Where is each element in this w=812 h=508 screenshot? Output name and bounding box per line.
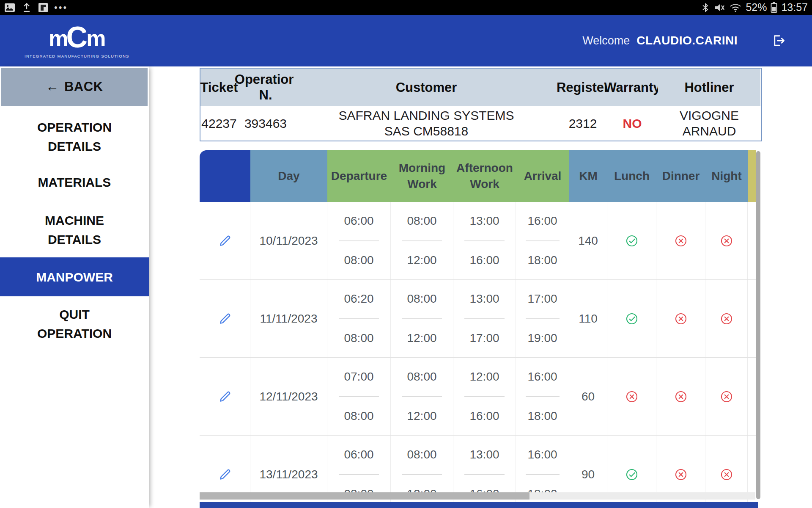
back-arrow-icon: ← (46, 79, 59, 94)
morning-work-cell: 08:0012:00 (391, 202, 453, 279)
sidebar-item-label: MACHINE DETAILS (22, 211, 127, 249)
info-header-ticket: Ticket (200, 69, 238, 106)
km-cell: 140 (569, 202, 607, 279)
cross-circle-icon (720, 468, 733, 481)
lunch-cell (607, 202, 656, 279)
km-cell: 110 (569, 280, 607, 357)
logout-button[interactable] (770, 33, 787, 48)
afternoon-work-cell: 12:0016:00 (453, 358, 516, 435)
horizontal-scrollbar-thumb[interactable] (200, 492, 529, 500)
upload-icon (21, 2, 32, 13)
mute-icon (713, 2, 725, 13)
battery-percent: 52% (746, 1, 767, 14)
sidebar-item-quit-operation[interactable]: QUIT OPERATION (0, 305, 149, 343)
night-cell (705, 280, 748, 357)
info-value-customer: SAFRAN LANDING SYSTEMS SAS CM58818 (294, 106, 559, 141)
cross-circle-icon (674, 312, 688, 326)
edit-row-button[interactable] (200, 358, 250, 435)
info-value-register: 2312 (559, 106, 606, 141)
logo-letter-m2: m (86, 27, 105, 49)
table-bottom-bar (200, 502, 758, 508)
logged-in-username: CLAUDIO.CARINI (636, 34, 738, 47)
welcome-label: Welcome (582, 34, 630, 47)
header-morning-work: Morning Work (391, 150, 453, 202)
header-night: Night (705, 150, 748, 202)
sidebar-item-label: OPERATION DETAILS (22, 118, 127, 156)
cross-circle-icon (720, 390, 733, 403)
day-cell: 10/11/2023 (250, 202, 327, 279)
manpower-row: 11/11/2023 06:2008:00 08:0012:00 13:0017… (200, 280, 756, 358)
logo-letter-c: C (66, 22, 88, 52)
horizontal-scrollbar-track[interactable] (200, 492, 755, 500)
header-day: Day (250, 150, 327, 202)
more-notifications-dots: ••• (54, 2, 68, 13)
arrival-cell: 16:0018:00 (516, 202, 569, 279)
sidebar-item-machine-details[interactable]: MACHINE DETAILS (0, 211, 149, 249)
day-cell: 12/11/2023 (250, 358, 327, 435)
info-value-hotliner: VIGOGNE ARNAUD (658, 106, 760, 141)
night-cell (705, 358, 748, 435)
check-circle-icon (625, 312, 639, 326)
cross-circle-icon (674, 468, 688, 481)
cross-circle-icon (674, 390, 688, 403)
arrival-cell: 17:0019:00 (516, 280, 569, 357)
info-value-operation: 393463 (238, 106, 294, 141)
header-next-column-edge (748, 150, 756, 202)
android-status-bar: ••• 52% 13:57 (0, 0, 812, 15)
afternoon-work-cell: 13:0016:00 (453, 202, 516, 279)
manpower-table: Day Departure Morning Work Afternoon Wor… (200, 150, 756, 508)
morning-work-cell: 08:0012:00 (391, 280, 453, 357)
night-cell (705, 202, 748, 279)
operation-info-table: Ticket Operation N. Customer Register Wa… (200, 68, 762, 141)
dinner-cell (656, 358, 705, 435)
info-header-hotliner: Hotliner (658, 69, 760, 106)
info-value-ticket: 42237 (200, 106, 238, 141)
wifi-icon (729, 2, 742, 13)
info-header-warranty: Warranty (606, 69, 658, 106)
row-edge-cell (748, 358, 756, 435)
sidebar-item-label: MATERIALS (22, 173, 127, 192)
manpower-table-header: Day Departure Morning Work Afternoon Wor… (200, 150, 756, 202)
header-edit-column (200, 150, 250, 202)
battery-icon (771, 2, 777, 13)
header-arrival: Arrival (516, 150, 569, 202)
departure-cell: 07:0008:00 (327, 358, 391, 435)
header-lunch: Lunch (607, 150, 656, 202)
edit-row-button[interactable] (200, 280, 250, 357)
info-value-warranty: NO (606, 106, 658, 141)
sidebar: ← BACK OPERATION DETAILSMATERIALSMACHINE… (0, 66, 149, 508)
bluetooth-icon (701, 2, 710, 13)
cross-circle-icon (625, 390, 639, 403)
arrival-cell: 16:0018:00 (516, 358, 569, 435)
screenshot-icon (4, 3, 15, 13)
info-header-customer: Customer (294, 69, 559, 106)
header-afternoon-work: Afternoon Work (453, 150, 516, 202)
departure-cell: 06:0008:00 (327, 202, 391, 279)
back-button[interactable]: ← BACK (1, 68, 148, 106)
check-circle-icon (625, 468, 639, 481)
logo-letter-m1: m (49, 27, 67, 49)
sidebar-item-operation-details[interactable]: OPERATION DETAILS (0, 118, 149, 156)
clock-time: 13:57 (781, 1, 808, 14)
manpower-rows: 10/11/2023 06:0008:00 08:0012:00 13:0016… (200, 202, 756, 508)
sidebar-item-label: MANPOWER (22, 268, 127, 287)
lunch-cell (607, 358, 656, 435)
header-dinner: Dinner (656, 150, 705, 202)
morning-work-cell: 08:0012:00 (391, 358, 453, 435)
app-header: m C m INTEGRATED MANUFACTURING SOLUTIONS… (0, 15, 812, 66)
info-header-register: Register (559, 69, 606, 106)
edit-row-button[interactable] (200, 202, 250, 279)
lunch-cell (607, 280, 656, 357)
sidebar-item-label: QUIT OPERATION (22, 305, 127, 343)
back-label: BACK (64, 79, 103, 94)
vertical-scrollbar[interactable] (756, 151, 760, 499)
header-departure: Departure (327, 150, 391, 202)
afternoon-work-cell: 13:0017:00 (453, 280, 516, 357)
info-header-operation: Operation N. (238, 69, 294, 106)
sidebar-item-manpower[interactable]: MANPOWER (0, 257, 149, 296)
sidebar-item-materials[interactable]: MATERIALS (0, 173, 149, 192)
km-cell: 60 (569, 358, 607, 435)
manpower-row: 10/11/2023 06:0008:00 08:0012:00 13:0016… (200, 202, 756, 280)
cross-circle-icon (720, 312, 733, 326)
app-notification-icon (38, 3, 48, 13)
